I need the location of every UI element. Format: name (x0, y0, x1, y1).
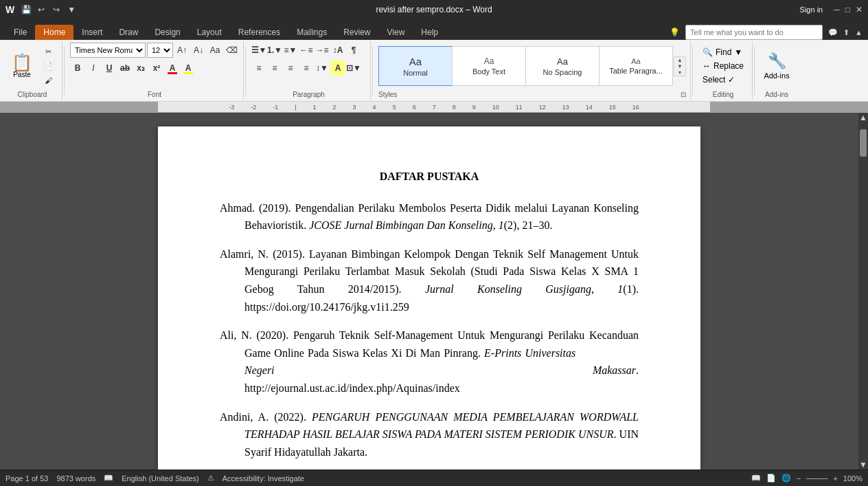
expand-styles-icon: ▾ (678, 69, 681, 76)
decrease-font-button[interactable]: A↓ (191, 43, 206, 58)
align-right-button[interactable]: ≡ (283, 60, 298, 76)
clear-format-button[interactable]: ⌫ (224, 43, 239, 58)
ruler-left-margin (0, 102, 158, 112)
title-bar-right: Sign in ─ □ ✕ (800, 5, 863, 14)
title-bar: W 💾 ↩ ↪ ▼ revisi after sempro.docx – Wor… (0, 0, 868, 19)
editing-area: 🔍 Find ▼ ↔ Replace Select ✓ (698, 46, 748, 86)
highlight-button[interactable]: A (181, 60, 196, 76)
tab-help[interactable]: Help (413, 25, 446, 40)
show-formatting-button[interactable]: ¶ (346, 43, 361, 58)
vertical-scrollbar[interactable]: ▲ ▼ (858, 113, 868, 470)
tab-insert[interactable]: Insert (73, 25, 111, 40)
zoom-out-button[interactable]: − (797, 474, 801, 483)
style-normal-label: Normal (403, 69, 427, 77)
zoom-in-button[interactable]: + (833, 474, 837, 483)
subscript-button[interactable]: x₂ (133, 60, 148, 76)
tab-home[interactable]: Home (35, 25, 73, 40)
paste-button[interactable]: 📋 Paste (7, 45, 37, 87)
ribbon-toolbar: 📋 Paste ✂ 📄 🖌 Clipboard Times New Roman … (0, 40, 868, 102)
bullets-button[interactable]: ☰▼ (251, 43, 266, 58)
document-scroll[interactable]: DAFTAR PUSTAKA Ahmad. (2019). Pengendali… (0, 113, 858, 470)
find-dropdown-icon: ▼ (734, 47, 742, 57)
tab-draw[interactable]: Draw (111, 25, 146, 40)
multilevel-button[interactable]: ≡▼ (283, 43, 298, 58)
ruler-content: -3-2-1|12345678910111213141516 (158, 102, 710, 112)
redo-button[interactable]: ↪ (50, 3, 62, 16)
replace-button[interactable]: ↔ Replace (698, 60, 748, 72)
sign-in-button[interactable]: Sign in (800, 5, 823, 14)
undo-button[interactable]: ↩ (35, 3, 47, 16)
increase-font-button[interactable]: A↑ (174, 43, 190, 58)
copy-button[interactable]: 📄 (38, 59, 58, 73)
document-page: DAFTAR PUSTAKA Ahmad. (2019). Pengendali… (158, 126, 700, 470)
superscript-button[interactable]: x² (149, 60, 164, 76)
tab-file[interactable]: File (5, 25, 35, 40)
language-label: English (United States) (122, 474, 199, 483)
style-tablepara-button[interactable]: Aa Table Paragra... (599, 46, 673, 86)
minimize-button[interactable]: ─ (834, 5, 840, 14)
numbering-button[interactable]: 1.▼ (267, 43, 282, 58)
scroll-thumb[interactable] (860, 129, 867, 157)
view-read-button[interactable]: 📖 (751, 474, 761, 483)
sort-button[interactable]: ↕A (330, 43, 345, 58)
line-spacing-button[interactable]: ↕▼ (315, 60, 330, 76)
zoom-level[interactable]: 100% (843, 474, 863, 483)
search-input[interactable] (685, 25, 823, 40)
text-color-button[interactable]: A (165, 60, 180, 76)
ruler: -3-2-1|12345678910111213141516 (0, 102, 868, 113)
share-button[interactable]: ⬆ (843, 28, 849, 37)
quick-access-toolbar: 💾 ↩ ↪ ▼ (20, 3, 78, 16)
increase-indent-button[interactable]: →≡ (315, 43, 330, 58)
addins-button[interactable]: Add-ins (764, 71, 789, 80)
styles-scroll[interactable]: ▲ ▼ ▾ (674, 56, 686, 76)
ribbon-collapse-button[interactable]: ▲ (855, 28, 863, 36)
font-name-select[interactable]: Times New Roman (70, 43, 146, 58)
window-title: revisi after sempro.docx – Word (376, 5, 492, 14)
tab-references[interactable]: References (230, 25, 288, 40)
styles-expand-button[interactable]: ⊡ (681, 89, 686, 98)
view-print-button[interactable]: 📄 (766, 474, 776, 483)
style-bodytext-label: Body Text (472, 67, 505, 76)
qat-dropdown-button[interactable]: ▼ (65, 3, 78, 16)
change-case-button[interactable]: Aa (207, 43, 222, 58)
document-title: DAFTAR PUSTAKA (220, 168, 639, 186)
zoom-slider[interactable]: ──── (806, 474, 827, 483)
view-web-button[interactable]: 🌐 (781, 474, 791, 483)
maximize-button[interactable]: □ (845, 5, 850, 14)
divider-1 (64, 47, 65, 95)
align-center-button[interactable]: ≡ (267, 60, 282, 76)
style-bodytext-preview: Aa (484, 56, 494, 66)
status-bar-left: Page 1 of 53 9873 words 📖 English (Unite… (5, 474, 304, 483)
style-nospacing-button[interactable]: Aa No Spacing (525, 46, 599, 86)
addins-group: 🔧 Add-ins Add-ins (756, 41, 797, 100)
underline-button[interactable]: U (102, 60, 117, 76)
comments-button[interactable]: 💬 (828, 28, 838, 37)
style-normal-button[interactable]: Aa Normal (378, 46, 453, 86)
scroll-down-button[interactable]: ▼ (858, 460, 868, 470)
style-bodytext-button[interactable]: Aa Body Text (452, 46, 526, 86)
save-button[interactable]: 💾 (20, 3, 32, 16)
font-size-select[interactable]: 12 (147, 43, 173, 58)
italic-button[interactable]: I (86, 60, 101, 76)
strikethrough-button[interactable]: ab (117, 60, 133, 76)
clipboard-area: 📋 Paste ✂ 📄 🖌 (7, 45, 58, 87)
addins-icon[interactable]: 🔧 (768, 52, 786, 70)
bold-button[interactable]: B (70, 60, 85, 76)
select-button[interactable]: Select ✓ (698, 74, 748, 86)
clipboard-sub-buttons: ✂ 📄 🖌 (38, 45, 58, 87)
tab-design[interactable]: Design (146, 25, 188, 40)
close-button[interactable]: ✕ (856, 5, 863, 14)
tab-layout[interactable]: Layout (189, 25, 230, 40)
border-button[interactable]: ⊡▼ (346, 60, 361, 76)
scroll-up-button[interactable]: ▲ (858, 113, 868, 122)
justify-button[interactable]: ≡ (299, 60, 314, 76)
decrease-indent-button[interactable]: ←≡ (299, 43, 314, 58)
tab-view[interactable]: View (379, 25, 413, 40)
format-painter-button[interactable]: 🖌 (38, 74, 58, 87)
find-button[interactable]: 🔍 Find ▼ (698, 46, 748, 58)
cut-button[interactable]: ✂ (38, 45, 58, 58)
shading-button[interactable]: A (330, 60, 345, 76)
tab-review[interactable]: Review (335, 25, 378, 40)
tab-mailings[interactable]: Mailings (288, 25, 335, 40)
align-left-button[interactable]: ≡ (251, 60, 266, 76)
